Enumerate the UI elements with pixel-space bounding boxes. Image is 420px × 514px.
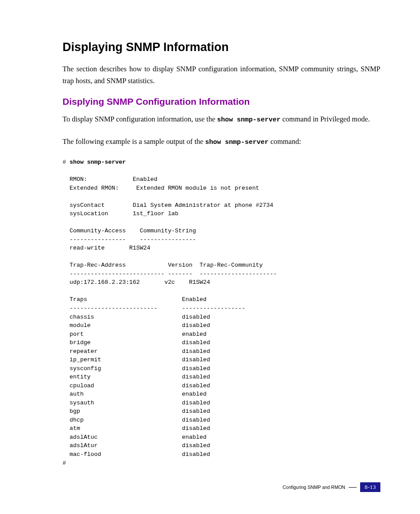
terminal-output: # show snmp-server RMON: Enabled Extende… xyxy=(63,158,380,467)
para1-post: command in Privileged mode. xyxy=(280,115,370,123)
inline-code-1: show snmp-server xyxy=(217,116,280,124)
paragraph-1: To display SNMP configuration informatio… xyxy=(63,113,380,126)
para2-pre: The following example is a sample output… xyxy=(63,137,205,146)
main-heading: Displaying SNMP Information xyxy=(63,40,380,54)
paragraph-2: The following example is a sample output… xyxy=(63,136,380,148)
footer-dash xyxy=(349,487,357,488)
para2-post: command: xyxy=(269,137,301,146)
inline-code-2: show snmp-server xyxy=(205,139,269,146)
intro-paragraph: The section describes how to display SNM… xyxy=(63,63,380,87)
sub-heading: Displying SNMP Configuration Information xyxy=(63,96,380,107)
para1-pre: To display SNMP configuration informatio… xyxy=(63,115,217,123)
page-footer: Configuring SNMP and RMON 8-13 xyxy=(283,482,380,492)
footer-page-number: 8-13 xyxy=(360,482,380,492)
footer-chapter-title: Configuring SNMP and RMON xyxy=(283,485,345,490)
document-page: Displaying SNMP Information The section … xyxy=(0,0,420,467)
